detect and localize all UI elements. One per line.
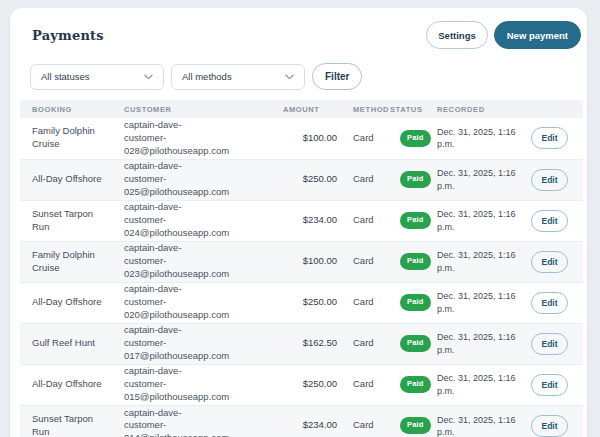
amount-cell: $250.00	[271, 159, 341, 200]
amount-cell: $234.00	[271, 405, 341, 437]
amount-cell: $234.00	[271, 200, 341, 241]
column-header-customer: CUSTOMER	[112, 100, 271, 118]
method-cell: Card	[341, 282, 378, 323]
new-payment-button[interactable]: New payment	[494, 21, 581, 49]
column-header-amount: AMOUNT	[271, 100, 341, 118]
method-cell: Card	[341, 118, 378, 159]
recorded-cell: Dec. 31, 2025, 1:16 p.m.	[425, 364, 519, 405]
status-badge: Paid	[400, 171, 431, 188]
table-row: All-Day Offshore captain-dave- customer-…	[20, 364, 583, 405]
method-cell: Card	[341, 241, 378, 282]
method-filter-select[interactable]: All methods	[171, 64, 305, 90]
column-header-booking: BOOKING	[20, 100, 112, 118]
table-header: BOOKING CUSTOMER AMOUNT METHOD STATUS RE…	[20, 100, 583, 118]
status-cell: Paid	[378, 200, 425, 241]
status-cell: Paid	[378, 405, 425, 437]
table-row: Sunset Tarpon Run captain-dave- customer…	[20, 405, 583, 437]
booking-cell: All-Day Offshore	[20, 282, 112, 323]
booking-cell: Sunset Tarpon Run	[20, 200, 112, 241]
booking-cell: Family Dolphin Cruise	[20, 241, 112, 282]
page-background: Payments Settings New payment All status…	[0, 0, 600, 437]
amount-cell: $100.00	[271, 118, 341, 159]
method-cell: Card	[341, 200, 378, 241]
edit-cell: Edit	[519, 282, 583, 323]
edit-cell: Edit	[519, 405, 583, 437]
edit-button[interactable]: Edit	[531, 169, 568, 191]
edit-button[interactable]: Edit	[531, 127, 568, 149]
filters-bar: All statuses All methods Filter	[30, 63, 583, 90]
customer-cell: captain-dave- customer-028@pilothouseapp…	[112, 118, 271, 159]
table-row: Family Dolphin Cruise captain-dave- cust…	[20, 241, 583, 282]
page-title: Payments	[32, 28, 104, 43]
booking-cell: Sunset Tarpon Run	[20, 405, 112, 437]
table-row: Sunset Tarpon Run captain-dave- customer…	[20, 200, 583, 241]
customer-cell: captain-dave- customer-015@pilothouseapp…	[112, 364, 271, 405]
recorded-cell: Dec. 31, 2025, 1:16 p.m.	[425, 159, 519, 200]
status-badge: Paid	[400, 335, 431, 352]
status-badge: Paid	[400, 376, 431, 393]
chevron-down-icon	[285, 74, 294, 80]
status-badge: Paid	[400, 253, 431, 270]
edit-button[interactable]: Edit	[531, 333, 568, 355]
status-filter-value: All statuses	[41, 71, 90, 82]
status-badge: Paid	[400, 130, 431, 147]
edit-cell: Edit	[519, 323, 583, 364]
method-cell: Card	[341, 364, 378, 405]
booking-cell: All-Day Offshore	[20, 364, 112, 405]
customer-cell: captain-dave- customer-014@pilothouseapp…	[112, 405, 271, 437]
payments-table: BOOKING CUSTOMER AMOUNT METHOD STATUS RE…	[20, 100, 583, 437]
customer-cell: captain-dave- customer-025@pilothouseapp…	[112, 159, 271, 200]
edit-cell: Edit	[519, 364, 583, 405]
card-header: Payments Settings New payment	[20, 21, 583, 49]
method-cell: Card	[341, 159, 378, 200]
header-buttons: Settings New payment	[426, 21, 581, 49]
method-cell: Card	[341, 323, 378, 364]
status-badge: Paid	[400, 417, 431, 434]
recorded-cell: Dec. 31, 2025, 1:16 p.m.	[425, 282, 519, 323]
status-cell: Paid	[378, 282, 425, 323]
recorded-cell: Dec. 31, 2025, 1:16 p.m.	[425, 323, 519, 364]
edit-button[interactable]: Edit	[531, 292, 568, 314]
booking-cell: All-Day Offshore	[20, 159, 112, 200]
table-row: Gulf Reef Hunt captain-dave- customer-01…	[20, 323, 583, 364]
edit-button[interactable]: Edit	[531, 251, 568, 273]
amount-cell: $250.00	[271, 364, 341, 405]
customer-cell: captain-dave- customer-017@pilothouseapp…	[112, 323, 271, 364]
booking-cell: Gulf Reef Hunt	[20, 323, 112, 364]
status-cell: Paid	[378, 364, 425, 405]
method-filter-value: All methods	[182, 71, 232, 82]
edit-button[interactable]: Edit	[531, 415, 568, 437]
table-row: All-Day Offshore captain-dave- customer-…	[20, 159, 583, 200]
edit-cell: Edit	[519, 200, 583, 241]
column-header-method: METHOD	[341, 100, 378, 118]
customer-cell: captain-dave- customer-023@pilothouseapp…	[112, 241, 271, 282]
column-header-actions	[519, 100, 583, 118]
status-cell: Paid	[378, 323, 425, 364]
edit-cell: Edit	[519, 118, 583, 159]
column-header-recorded: RECORDED	[425, 100, 519, 118]
edit-button[interactable]: Edit	[531, 374, 568, 396]
payments-card: Payments Settings New payment All status…	[10, 8, 587, 437]
booking-cell: Family Dolphin Cruise	[20, 118, 112, 159]
amount-cell: $100.00	[271, 241, 341, 282]
status-cell: Paid	[378, 159, 425, 200]
customer-cell: captain-dave- customer-020@pilothouseapp…	[112, 282, 271, 323]
customer-cell: captain-dave- customer-024@pilothouseapp…	[112, 200, 271, 241]
table-row: All-Day Offshore captain-dave- customer-…	[20, 282, 583, 323]
recorded-cell: Dec. 31, 2025, 1:16 p.m.	[425, 241, 519, 282]
edit-cell: Edit	[519, 159, 583, 200]
edit-cell: Edit	[519, 241, 583, 282]
status-cell: Paid	[378, 241, 425, 282]
status-badge: Paid	[400, 294, 431, 311]
amount-cell: $250.00	[271, 282, 341, 323]
status-filter-select[interactable]: All statuses	[30, 64, 164, 90]
method-cell: Card	[341, 405, 378, 437]
edit-button[interactable]: Edit	[531, 210, 568, 232]
settings-button[interactable]: Settings	[426, 21, 487, 49]
filter-button[interactable]: Filter	[312, 63, 362, 90]
recorded-cell: Dec. 31, 2025, 1:16 p.m.	[425, 405, 519, 437]
status-cell: Paid	[378, 118, 425, 159]
recorded-cell: Dec. 31, 2025, 1:16 p.m.	[425, 118, 519, 159]
recorded-cell: Dec. 31, 2025, 1:16 p.m.	[425, 200, 519, 241]
table-row: Family Dolphin Cruise captain-dave- cust…	[20, 118, 583, 159]
